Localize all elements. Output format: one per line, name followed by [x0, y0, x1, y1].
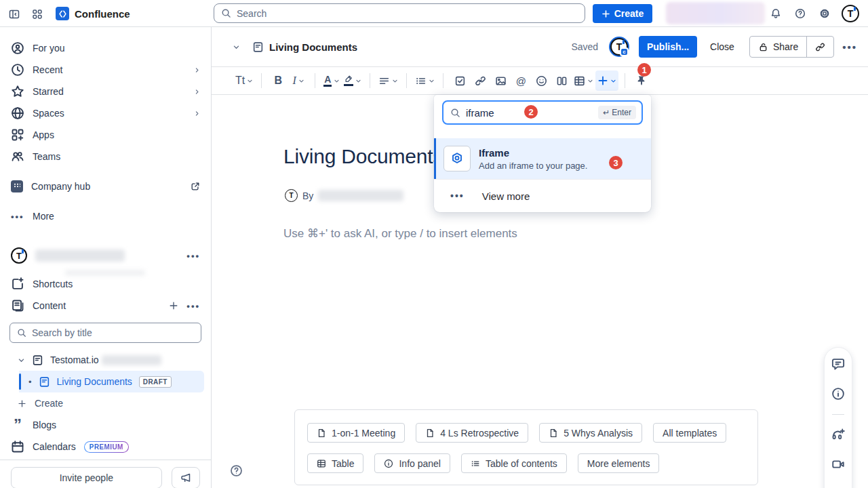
insert-image-button[interactable]	[490, 70, 511, 91]
emoji-button[interactable]	[531, 70, 551, 91]
chevron-down-icon	[355, 78, 361, 84]
chevron-down-icon	[587, 78, 593, 84]
search-icon	[17, 328, 26, 338]
breadcrumb-chevron-icon[interactable]	[228, 39, 244, 55]
create-button[interactable]: Create	[593, 4, 652, 23]
editor-toolbar: Tt B I A @	[212, 66, 868, 95]
tree-create-button[interactable]: Create	[12, 392, 205, 414]
insert-table-button[interactable]: Table	[307, 453, 363, 473]
insert-search[interactable]: ↵ Enter	[442, 100, 643, 125]
publish-button[interactable]: Publish...	[639, 36, 697, 58]
insert-info-panel-button[interactable]: Info panel	[374, 453, 450, 473]
support-headset-button[interactable]	[830, 427, 846, 443]
sidebar-footer: Invite people	[0, 460, 211, 488]
template-1on1-meeting[interactable]: 1-on-1 Meeting	[307, 423, 405, 443]
space-more-icon[interactable]: •••	[186, 251, 200, 261]
sidebar-item-blogs[interactable]: ” Blogs	[5, 414, 205, 436]
text-color-dropdown[interactable]: A	[321, 70, 342, 91]
insert-toc-button[interactable]: Table of contents	[461, 453, 567, 473]
annotation-badge-1: 1	[637, 63, 651, 77]
video-button[interactable]	[830, 456, 846, 472]
document-icon	[549, 428, 558, 438]
page-more-icon[interactable]: •••	[842, 41, 857, 53]
invite-people-button[interactable]: Invite people	[11, 467, 162, 488]
editor-placeholder[interactable]: Use ⌘+' to ask AI, or type / to insert e…	[283, 226, 517, 241]
sidebar-item-recent[interactable]: Recent	[5, 59, 205, 81]
plus-icon	[597, 75, 608, 86]
settings-gear-icon[interactable]	[817, 6, 832, 21]
close-button[interactable]: Close	[710, 41, 734, 52]
app-switcher-icon[interactable]	[30, 7, 45, 22]
page-icon	[32, 354, 43, 366]
tree-item-living-documents[interactable]: • Living Documents DRAFT	[19, 371, 204, 392]
checkbox-icon	[454, 75, 466, 87]
sidebar-search-input[interactable]	[32, 327, 194, 338]
sidebar-item-content[interactable]: Content •••	[5, 295, 205, 317]
all-templates-button[interactable]: All templates	[653, 423, 726, 443]
global-search-input[interactable]	[237, 8, 578, 19]
sidebar-item-apps[interactable]: Apps	[5, 124, 205, 146]
italic-dropdown[interactable]: I	[288, 70, 309, 91]
search-icon	[450, 108, 460, 118]
sidebar-search[interactable]	[9, 323, 201, 343]
person-circle-icon	[11, 41, 24, 55]
collaborator-avatar[interactable]: T c	[610, 38, 628, 56]
global-search[interactable]	[214, 3, 585, 23]
feedback-megaphone-button[interactable]	[172, 467, 200, 488]
table-dropdown[interactable]	[572, 70, 595, 91]
tree-item-root[interactable]: Testomat.io	[12, 349, 205, 371]
notifications-bell-icon[interactable]	[768, 6, 783, 21]
align-left-icon	[378, 75, 390, 87]
sidebar-item-spaces[interactable]: Spaces	[5, 102, 205, 124]
template-4ls-retrospective[interactable]: 4 Ls Retrospective	[416, 423, 528, 443]
page-icon	[252, 41, 264, 53]
enter-key-hint: ↵ Enter	[598, 106, 636, 119]
megaphone-icon	[180, 472, 191, 483]
bullet-list-icon	[415, 75, 427, 87]
sidebar-item-more[interactable]: ••• More	[5, 205, 205, 227]
chevron-down-icon[interactable]	[18, 357, 25, 364]
document-title[interactable]: Living Documents	[283, 145, 443, 168]
link-icon	[475, 75, 486, 87]
editor-help-icon[interactable]	[230, 464, 243, 477]
sidebar-item-calendars[interactable]: Calendars PREMIUM	[5, 436, 205, 458]
share-button[interactable]: Share	[750, 37, 806, 57]
page-title-breadcrumb[interactable]: Living Documents	[269, 41, 357, 53]
info-icon	[384, 459, 393, 468]
copy-link-button[interactable]	[807, 37, 833, 57]
more-elements-button[interactable]: More elements	[578, 453, 660, 473]
content-add-icon[interactable]	[169, 301, 178, 310]
template-5-whys-analysis[interactable]: 5 Whys Analysis	[539, 423, 642, 443]
details-info-button[interactable]	[830, 386, 846, 402]
star-icon	[11, 85, 24, 98]
insert-link-button[interactable]	[470, 70, 490, 91]
unlock-icon	[758, 42, 768, 52]
insert-element-button[interactable]	[595, 70, 618, 91]
space-header[interactable]: T •••	[5, 244, 205, 267]
help-icon[interactable]	[793, 6, 808, 21]
sidebar-item-for-you[interactable]: For you	[5, 37, 205, 59]
page-icon	[39, 376, 50, 388]
view-more-button[interactable]: ••• View more	[434, 179, 651, 212]
columns-layout-icon	[556, 75, 568, 87]
sidebar-item-company-hub[interactable]: Company hub	[5, 176, 205, 197]
alignment-dropdown[interactable]	[376, 70, 400, 91]
sidebar-collapse-icon[interactable]	[7, 7, 22, 22]
chevron-right-icon	[194, 89, 200, 95]
redacted-account-info	[666, 2, 765, 24]
comments-button[interactable]	[830, 356, 846, 372]
bold-button[interactable]: B	[268, 70, 288, 91]
pin-icon	[636, 75, 647, 86]
lists-dropdown[interactable]	[413, 70, 437, 91]
text-style-dropdown[interactable]: Tt	[233, 70, 255, 91]
task-list-button[interactable]	[450, 70, 470, 91]
sidebar-item-teams[interactable]: Teams	[5, 146, 205, 167]
highlight-color-dropdown[interactable]	[342, 70, 363, 91]
sidebar-item-shortcuts[interactable]: Shortcuts	[5, 273, 205, 295]
mention-button[interactable]: @	[511, 70, 531, 91]
sidebar-item-starred[interactable]: Starred	[5, 81, 205, 102]
user-avatar[interactable]: T	[842, 5, 859, 22]
layouts-button[interactable]	[551, 70, 572, 91]
more-horizontal-icon: •••	[450, 190, 465, 201]
content-more-icon[interactable]: •••	[186, 301, 200, 311]
